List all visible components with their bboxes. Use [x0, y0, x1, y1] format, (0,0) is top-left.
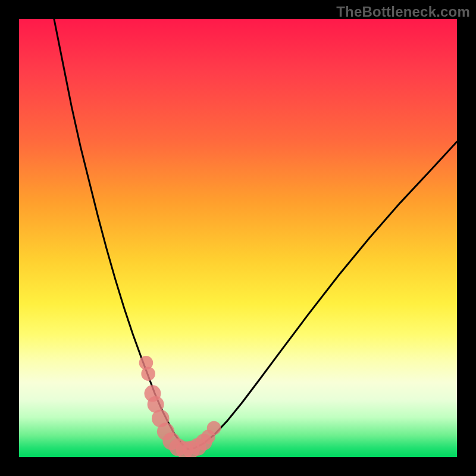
curve-layer	[19, 19, 457, 457]
watermark-text: TheBottleneck.com	[336, 4, 470, 20]
data-dot	[207, 421, 221, 436]
data-dot	[141, 367, 155, 381]
curve-left	[54, 19, 187, 449]
plot-area	[19, 19, 457, 457]
curve-right	[187, 142, 457, 449]
chart-frame: TheBottleneck.com	[0, 0, 476, 476]
data-dots	[139, 356, 221, 457]
